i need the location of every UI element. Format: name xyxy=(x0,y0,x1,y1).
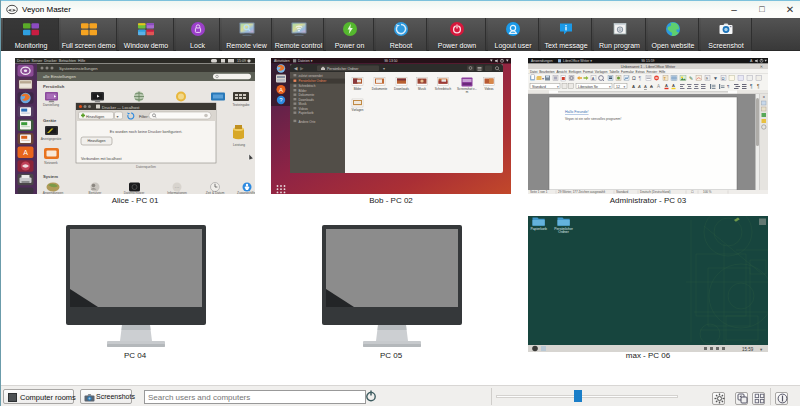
svg-text:29 Wörter, 177 Zeichen ausgewä: 29 Wörter, 177 Zeichen ausgewählt xyxy=(558,190,605,194)
svg-text:Musik: Musik xyxy=(418,87,426,91)
svg-text:LibreOffice Writer ▾: LibreOffice Writer ▾ xyxy=(563,59,592,63)
svg-text:▾: ▾ xyxy=(609,85,611,89)
svg-text:System: System xyxy=(43,174,58,179)
svg-text:Schreibtisch: Schreibtisch xyxy=(299,84,316,88)
svg-text:···: ··· xyxy=(175,184,180,190)
svg-text:Liberation Se: Liberation Se xyxy=(578,85,598,89)
svg-text:A: A xyxy=(644,84,647,89)
svg-text:Papierkorb: Papierkorb xyxy=(530,227,547,231)
svg-text:Leistung: Leistung xyxy=(233,143,245,147)
svg-text:Bilder: Bilder xyxy=(354,87,362,91)
svg-text:Verbunden mit localhost: Verbunden mit localhost xyxy=(81,157,122,161)
svg-text:Zeit & Datum: Zeit & Datum xyxy=(206,191,225,194)
svg-text:Veyon ist ein sehr sinnvolles: Veyon ist ein sehr sinnvolles programm! xyxy=(565,117,621,121)
svg-text:A: A xyxy=(592,77,595,81)
svg-text:alle Einstellungen: alle Einstellungen xyxy=(43,74,76,79)
svg-text:Persönlich: Persönlich xyxy=(43,84,65,89)
svg-text:Anzeigegeräte: Anzeigegeräte xyxy=(41,137,62,141)
svg-text:Es wurden noch keine Drucker k: Es wurden noch keine Drucker konfigurier… xyxy=(110,130,183,134)
svg-text:▾: ▾ xyxy=(117,114,119,119)
svg-text:Darstellung: Darstellung xyxy=(43,103,59,107)
svg-text:Schreibtisch: Schreibtisch xyxy=(435,87,452,91)
svg-text:Standard: Standard xyxy=(616,190,629,194)
svg-text:Aktivitäten: Aktivitäten xyxy=(274,59,290,63)
svg-text:12: 12 xyxy=(616,85,620,89)
svg-text:✎: ✎ xyxy=(689,75,693,81)
svg-text:☐: ☐ xyxy=(691,190,694,194)
svg-text:Vorlagen: Vorlagen xyxy=(352,108,364,112)
svg-text:Zugangshilfen: Zugangshilfen xyxy=(237,191,255,194)
svg-text:§: § xyxy=(706,77,708,81)
svg-text:Musik: Musik xyxy=(299,102,308,106)
svg-text:A: A xyxy=(665,83,668,88)
svg-text:▾: ▾ xyxy=(557,85,559,89)
svg-text:Ω: Ω xyxy=(632,75,636,81)
svg-text:Texteingabe: Texteingabe xyxy=(232,103,249,107)
svg-text:A: A xyxy=(637,84,641,89)
svg-text:Hinzufügen: Hinzufügen xyxy=(87,139,105,143)
svg-text:Videos: Videos xyxy=(299,107,309,111)
svg-text:Standard: Standard xyxy=(532,85,546,89)
svg-text:▾: ▾ xyxy=(624,85,626,89)
svg-text:Dokumente: Dokumente xyxy=(299,93,315,97)
svg-text:Ω: Ω xyxy=(722,76,725,81)
svg-text:Drucker — Localhost: Drucker — Localhost xyxy=(102,105,140,110)
svg-text:Downloads: Downloads xyxy=(394,87,409,91)
svg-text:Andere Orte: Andere Orte xyxy=(299,120,316,124)
svg-text:Downloads: Downloads xyxy=(299,98,315,102)
svg-text:Filter:: Filter: xyxy=(139,115,149,119)
svg-text:Persönlicher Ordner: Persönlicher Ordner xyxy=(327,67,359,71)
svg-text:A: A xyxy=(279,87,283,93)
svg-text:Ordner: Ordner xyxy=(558,230,569,234)
svg-text:Unbenannt 1 - LibreOffice Writ: Unbenannt 1 - LibreOffice Writer xyxy=(621,65,676,69)
svg-text:▼: ▼ xyxy=(713,75,718,81)
svg-text:Hallo Freunde!: Hallo Freunde! xyxy=(565,110,589,114)
svg-text:Drucker Server Drucker Betr: Drucker Server Drucker Betrachten Hilfe xyxy=(17,59,85,63)
svg-text:Anwendungen: Anwendungen xyxy=(531,59,553,63)
svg-text:zuletzt verwendet: zuletzt verwendet xyxy=(299,74,323,78)
svg-text:100 %: 100 % xyxy=(703,190,712,194)
svg-text:Deutsch (Deutschland): Deutsch (Deutschland) xyxy=(640,190,671,194)
svg-text:Mi 13:50: Mi 13:50 xyxy=(384,59,397,63)
svg-text:A: A xyxy=(650,84,653,89)
svg-text:A: A xyxy=(632,84,635,89)
svg-text:Papierkorb: Papierkorb xyxy=(299,111,314,115)
svg-text:▾: ▾ xyxy=(542,76,544,81)
svg-text:Bilder: Bilder xyxy=(299,89,307,93)
svg-text:Anwendungen: Anwendungen xyxy=(43,191,64,194)
svg-text:¶: ¶ xyxy=(639,75,642,81)
svg-text:A: A xyxy=(23,149,28,156)
svg-text:▶: ▶ xyxy=(300,66,304,71)
svg-text:Mi 15:59: Mi 15:59 xyxy=(641,59,654,63)
svg-text:Geräte: Geräte xyxy=(43,118,57,123)
svg-text:Videos: Videos xyxy=(484,87,494,91)
svg-text:Persönlicher Ordner: Persönlicher Ordner xyxy=(299,79,327,83)
svg-text:▾: ▾ xyxy=(383,66,385,71)
svg-text:Dateien ▾: Dateien ▾ xyxy=(298,59,313,63)
svg-text:Informationen: Informationen xyxy=(167,191,187,194)
svg-text:◂: ◂ xyxy=(762,94,764,99)
svg-text:✕: ✕ xyxy=(760,64,763,69)
svg-text:◀: ◀ xyxy=(294,66,298,71)
svg-text:15:09: 15:09 xyxy=(237,59,246,63)
svg-text:A: A xyxy=(672,83,675,88)
svg-text:Systemeinstellungen: Systemeinstellungen xyxy=(59,66,98,71)
svg-text:Hinzufügen: Hinzufügen xyxy=(86,115,104,119)
svg-text:Netzwerk: Netzwerk xyxy=(44,161,58,165)
svg-text:Datenquellen: Datenquellen xyxy=(136,165,156,169)
svg-text:Seite 1 von 1: Seite 1 von 1 xyxy=(530,190,548,194)
svg-text:Datei Bearbeiten Ansicht Ei: Datei Bearbeiten Ansicht Einfügen Format… xyxy=(530,70,666,74)
svg-text:Dokumente: Dokumente xyxy=(372,87,388,91)
svg-text:Benutzer: Benutzer xyxy=(89,191,103,194)
svg-text:Datenschutzer: Datenschutzer xyxy=(124,191,145,194)
